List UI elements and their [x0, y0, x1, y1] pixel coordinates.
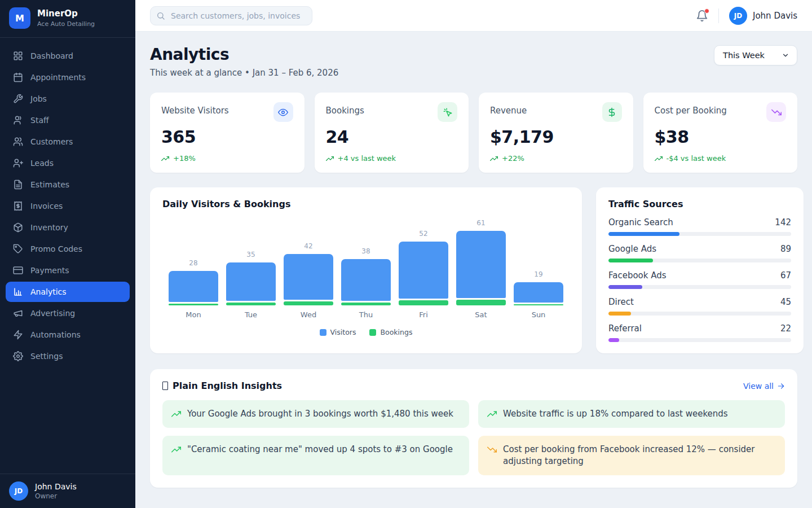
bookings-bar	[456, 300, 506, 305]
insight-text: Your Google Ads brought in 3 bookings wo…	[187, 408, 453, 420]
bookings-bar	[341, 303, 391, 305]
chart-column-sat: 61	[452, 219, 510, 305]
x-axis-label: Mon	[165, 310, 222, 319]
stat-card-top: Revenue	[490, 102, 622, 122]
stat-card-revenue: Revenue$7,179+22%	[479, 93, 633, 173]
visitors-bar	[514, 282, 563, 303]
bar-chart-icon	[13, 287, 23, 297]
stat-label: Bookings	[326, 102, 364, 116]
traffic-source-label: Direct	[608, 297, 634, 307]
stat-card-top: Cost per Booking	[655, 102, 787, 122]
arrow-right-icon	[777, 382, 785, 390]
stat-change-text: +18%	[173, 154, 196, 163]
trending-up-icon	[161, 155, 169, 163]
stat-cards-row: Website Visitors365+18%Bookings24+4 vs l…	[150, 93, 797, 173]
sidebar-item-label: Promo Codes	[30, 244, 82, 253]
brand-name: MinerOp	[37, 8, 95, 19]
avatar: JD	[9, 481, 28, 501]
dollar-icon	[607, 107, 617, 117]
sidebar-item-staff[interactable]: Staff	[6, 110, 130, 130]
trending-up-icon	[487, 409, 497, 419]
sidebar-item-analytics[interactable]: Analytics	[6, 282, 130, 302]
stat-value: $38	[655, 127, 787, 147]
sidebar-item-dashboard[interactable]: Dashboard	[6, 46, 130, 66]
sidebar-item-customers[interactable]: Customers	[6, 132, 130, 152]
customers-icon	[13, 137, 23, 147]
traffic-bar-track	[608, 312, 791, 316]
sidebar-item-leads[interactable]: Leads	[6, 153, 130, 173]
tag-icon	[13, 244, 23, 254]
sidebar-item-promo-codes[interactable]: Promo Codes	[6, 239, 130, 259]
stat-change: +22%	[490, 154, 622, 163]
search-box	[150, 6, 312, 25]
insights-title-text: Plain English Insights	[173, 380, 282, 391]
visitors-bar	[399, 242, 448, 299]
bookings-bar	[169, 304, 218, 305]
insight-text: Cost per booking from Facebook increased…	[503, 444, 776, 467]
bookings-bar	[226, 303, 276, 305]
user-name: John Davis	[753, 11, 797, 21]
notification-bell-button[interactable]	[696, 10, 708, 22]
traffic-title: Traffic Sources	[608, 199, 791, 209]
view-all-link[interactable]: View all	[743, 382, 785, 391]
traffic-row-line: Direct45	[608, 297, 791, 307]
insight-card: "Ceramic coating near me" moved up 4 spo…	[162, 436, 469, 475]
stat-card-cost-per-booking: Cost per Booking$38-$4 vs last week	[643, 93, 798, 173]
brand: M MinerOp Ace Auto Detailing	[0, 0, 135, 38]
stat-value: 365	[161, 127, 293, 147]
legend-label: Visitors	[330, 328, 356, 336]
chevron-down-icon	[782, 51, 789, 59]
file-text-icon	[13, 179, 23, 190]
visitors-bar	[456, 231, 506, 298]
visitors-bar	[341, 259, 391, 301]
chart-legend: VisitorsBookings	[162, 328, 570, 336]
x-axis-label: Tue	[222, 310, 280, 319]
x-axis-label: Thu	[337, 310, 395, 319]
bar-chart: 28354238526119	[162, 218, 570, 305]
daily-chart-panel: Daily Visitors & Bookings 28354238526119…	[150, 187, 582, 353]
visitors-bar	[284, 254, 333, 300]
period-select-value: This Week	[723, 51, 765, 60]
sidebar-item-label: Analytics	[30, 287, 67, 296]
sidebar-item-invoices[interactable]: Invoices	[6, 196, 130, 216]
sidebar-item-estimates[interactable]: Estimates	[6, 174, 130, 195]
avatar: JD	[729, 7, 747, 25]
sidebar-item-label: Inventory	[30, 223, 68, 232]
sidebar-item-advertising[interactable]: Advertising	[6, 303, 130, 323]
bar-value-label: 52	[419, 230, 427, 238]
sidebar-item-payments[interactable]: Payments	[6, 260, 130, 281]
insight-card: Website traffic is up 18% compared to la…	[478, 400, 785, 428]
traffic-row-google-ads: Google Ads89	[608, 244, 791, 262]
sidebar-item-jobs[interactable]: Jobs	[6, 89, 130, 109]
page-title: Analytics	[150, 45, 338, 64]
user-menu[interactable]: JD John Davis	[729, 7, 797, 25]
stat-change-text: -$4 vs last week	[667, 154, 726, 163]
sidebar-item-appointments[interactable]: Appointments	[6, 67, 130, 87]
traffic-sources-panel: Traffic Sources Organic Search142Google …	[596, 187, 804, 353]
bar-value-label: 42	[304, 242, 312, 250]
traffic-source-value: 67	[780, 270, 791, 281]
bar-value-label: 35	[246, 251, 255, 259]
trending-up-icon	[171, 445, 181, 454]
sidebar-item-label: Jobs	[30, 94, 47, 103]
traffic-source-value: 142	[775, 217, 791, 227]
search-input[interactable]	[150, 6, 312, 25]
sidebar-item-label: Dashboard	[30, 51, 73, 60]
insights-grid: Your Google Ads brought in 3 bookings wo…	[162, 400, 785, 475]
sidebar-footer-user[interactable]: JD John Davis Owner	[0, 474, 135, 508]
eye-icon-badge	[273, 102, 293, 122]
period-select[interactable]: This Week	[714, 45, 797, 65]
sidebar-item-label: Advertising	[30, 309, 75, 318]
traffic-row-direct: Direct45	[608, 297, 791, 316]
sidebar-item-inventory[interactable]: Inventory	[6, 217, 130, 238]
chart-x-labels: MonTueWedThuFriSatSun	[162, 310, 570, 319]
notification-dot	[704, 8, 709, 14]
chart-column-sun: 19	[510, 270, 567, 305]
stat-card-bookings: Bookings24+4 vs last week	[315, 93, 469, 173]
sidebar-item-settings[interactable]: Settings	[6, 346, 130, 366]
cursor-click-icon	[443, 107, 453, 117]
bookings-bar	[514, 304, 563, 305]
cursor-click-icon-badge	[438, 102, 457, 122]
trending-down-icon-badge	[766, 102, 786, 122]
sidebar-item-automations[interactable]: Automations	[6, 325, 130, 345]
